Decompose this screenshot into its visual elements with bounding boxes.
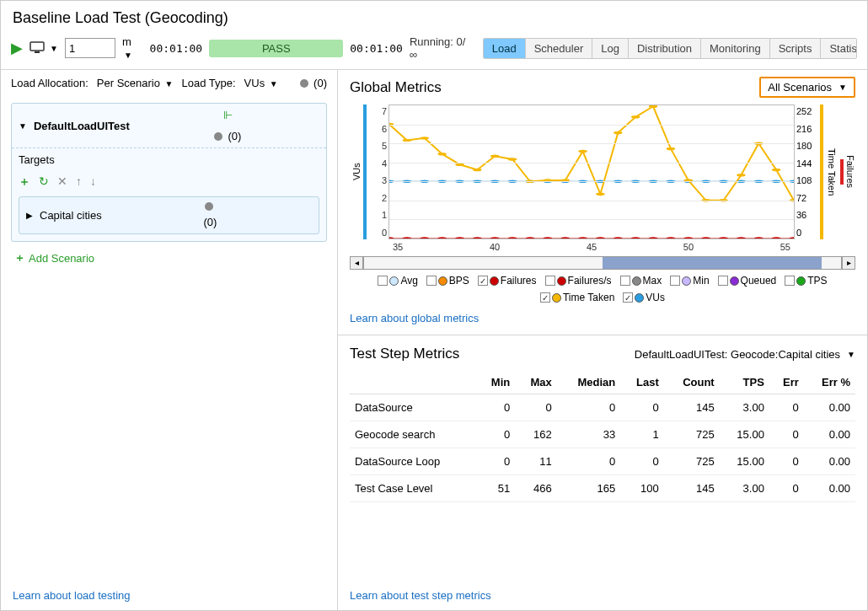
svg-point-31 [473,169,482,171]
scroll-right-button[interactable]: ▸ [842,256,855,270]
table-row: DataSource00001453.0000.00 [350,394,855,421]
delete-target-button[interactable]: ✕ [57,174,67,190]
status-badge: PASS [209,40,343,57]
scroll-left-button[interactable]: ◂ [350,256,363,270]
add-target-button[interactable]: ＋ [19,174,30,190]
scenario-name[interactable]: DefaultLoadUITest [34,120,130,132]
add-scenario-button[interactable]: ＋Add Scenario [11,242,327,274]
svg-point-59 [544,237,553,239]
svg-point-29 [437,153,447,155]
tab-statistics[interactable]: Statistics [820,39,857,58]
chart-scrollbar[interactable]: ◂ ▸ [350,256,855,270]
legend-checkbox[interactable] [478,276,488,286]
duration-input[interactable] [65,38,115,58]
tab-scheduler[interactable]: Scheduler [525,39,592,58]
legend-label: Time Taken [563,292,614,303]
legend-item-bps[interactable]: BPS [426,275,469,287]
legend-item-max[interactable]: Max [620,275,662,287]
learn-global-metrics-link[interactable]: Learn about global metrics [350,308,855,328]
svg-point-39 [613,131,623,134]
all-scenarios-dropdown[interactable]: All Scenarios▼ [759,77,855,98]
target-name: Capital cities [40,209,102,222]
tab-log[interactable]: Log [592,39,628,58]
chevron-down-icon: ▼ [50,44,58,53]
legend-color-dot [682,276,691,286]
load-profile-icon[interactable]: ⊩ [223,109,233,121]
col-header: Err % [804,371,855,394]
legend-checkbox[interactable] [545,276,555,286]
test-step-selector[interactable]: DefaultLoadUITest: Geocode:Capital citie… [635,348,855,361]
col-header: Err [769,371,804,394]
svg-point-37 [578,150,587,153]
failures-axis-label: Failures [844,155,855,188]
legend-color-dot [635,293,644,303]
legend-item-failuress[interactable]: Failures/s [545,275,612,287]
svg-point-61 [578,237,587,239]
tab-distribution[interactable]: Distribution [628,39,700,58]
clone-target-button[interactable]: ↻ [39,174,49,190]
svg-rect-1 [35,51,40,53]
svg-point-38 [596,193,605,196]
chevron-down-icon: ▼ [839,83,847,92]
legend-item-queued[interactable]: Queued [718,275,777,287]
svg-point-53 [437,237,447,239]
move-up-button[interactable]: ↑ [76,174,82,190]
move-down-button[interactable]: ↓ [90,174,96,190]
legend-label: VUs [646,292,665,303]
legend-item-failures[interactable]: Failures [478,275,537,287]
metrics-table: MinMaxMedianLastCountTPSErrErr % DataSou… [350,371,855,502]
legend-item-avg[interactable]: Avg [378,275,417,287]
legend-item-tps[interactable]: TPS [785,275,827,287]
svg-point-54 [455,237,464,239]
scroll-thumb[interactable] [603,257,822,269]
chart-legend: AvgBPSFailuresFailures/sMaxMinQueuedTPST… [350,270,855,308]
learn-test-step-metrics-link[interactable]: Learn about test step metrics [338,581,867,610]
svg-point-63 [613,237,623,239]
legend-item-min[interactable]: Min [670,275,709,287]
monitor-dropdown[interactable]: ▼ [29,41,58,55]
legend-checkbox[interactable] [620,276,630,286]
svg-point-70 [737,237,746,239]
svg-point-73 [790,237,794,239]
legend-label: Failures [501,275,537,287]
legend-color-dot [557,276,566,286]
legend-checkbox[interactable] [378,276,388,286]
legend-color-dot [632,276,641,286]
svg-rect-0 [30,42,44,51]
load-type-dropdown[interactable]: VUs ▼ [244,77,278,89]
collapse-icon[interactable]: ▼ [19,121,27,131]
legend-checkbox[interactable] [426,276,437,286]
col-header: Last [620,371,664,394]
svg-point-46 [737,174,746,176]
svg-point-66 [667,237,676,239]
col-header: Median [557,371,621,394]
chevron-down-icon: ▼ [124,51,132,60]
svg-point-62 [596,237,605,239]
col-header: Max [515,371,557,394]
tab-load[interactable]: Load [484,39,525,58]
legend-checkbox[interactable] [540,292,550,303]
tab-monitoring[interactable]: Monitoring [700,39,769,58]
legend-item-timetaken[interactable]: Time Taken [540,292,614,303]
legend-checkbox[interactable] [718,276,728,286]
legend-color-dot [796,276,806,286]
duration-unit-dropdown[interactable]: m ▼ [122,35,143,61]
target-row[interactable]: ▶ Capital cities (0) [19,196,319,234]
legend-checkbox[interactable] [623,292,633,303]
legend-checkbox[interactable] [670,276,680,286]
chevron-down-icon: ▼ [270,79,278,88]
col-header: TPS [720,371,769,394]
legend-item-vus[interactable]: VUs [623,292,665,303]
tab-scripts[interactable]: Scripts [769,39,821,58]
svg-point-60 [560,237,570,239]
target-vu-count: (0) [203,216,217,228]
learn-load-testing-link[interactable]: Learn about load testing [1,581,337,610]
expand-icon[interactable]: ▶ [26,211,33,220]
legend-checkbox[interactable] [785,276,795,286]
legend-label: TPS [807,275,827,287]
svg-point-33 [508,158,517,160]
load-allocation-dropdown[interactable]: Per Scenario ▼ [97,77,174,89]
play-button[interactable]: ▶ [11,40,23,56]
legend-color-dot [438,276,447,286]
chevron-down-icon: ▼ [847,350,855,359]
